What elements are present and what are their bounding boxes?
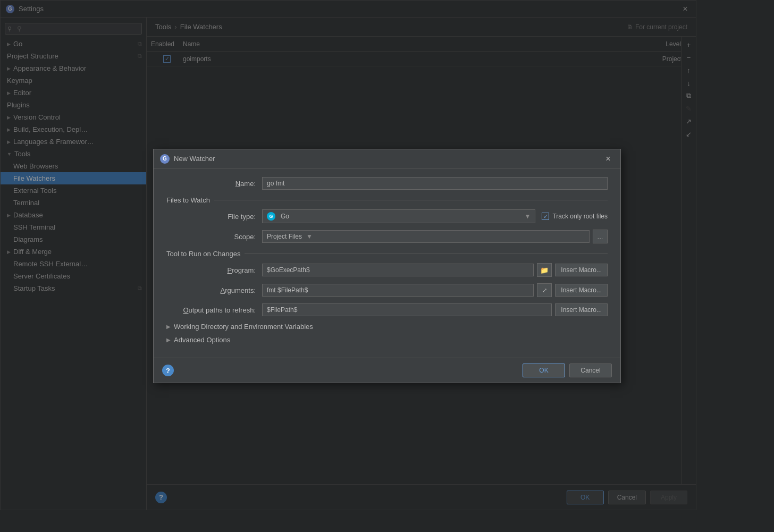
program-row: Program: 📁 Insert Macro... (166, 263, 608, 277)
name-row: Name: (166, 177, 608, 190)
arguments-row: Arguments: ⤢ Insert Macro... (166, 283, 608, 297)
scope-dropdown-arrow: ▼ (306, 233, 313, 240)
file-type-value: Go (281, 213, 289, 220)
advanced-options-arrow: ▶ (166, 337, 171, 343)
arguments-label: Arguments: (166, 286, 262, 294)
dialog-help-button[interactable]: ? (162, 365, 174, 376)
output-insert-macro-button[interactable]: Insert Macro... (555, 303, 608, 316)
dialog-close-button[interactable]: × (602, 153, 614, 165)
track-only-checkbox[interactable]: ✓ (542, 213, 549, 220)
track-only-text: Track only root files (552, 213, 608, 220)
working-dir-label: Working Directory and Environment Variab… (174, 323, 313, 331)
output-paths-label: Output paths to refresh: (166, 306, 262, 314)
name-label: Name: (166, 180, 262, 188)
working-directory-section: ▶ Working Directory and Environment Vari… (166, 323, 608, 331)
files-to-watch-header: Files to Watch (166, 196, 608, 204)
tool-to-run-label: Tool to Run on Changes (166, 250, 240, 258)
go-lang-icon: G (267, 212, 275, 221)
advanced-options-section: ▶ Advanced Options (166, 336, 608, 344)
new-watcher-dialog: G New Watcher × Name: Files to Watch Fil… (153, 149, 621, 383)
files-to-watch-label: Files to Watch (166, 196, 210, 204)
scope-select[interactable]: Project Files ▼ (262, 230, 590, 243)
dialog-title: New Watcher (174, 155, 598, 163)
advanced-options-label: Advanced Options (174, 336, 230, 344)
program-input[interactable] (262, 264, 534, 276)
working-dir-arrow: ▶ (166, 324, 171, 330)
file-type-row: File type: G Go ▼ ✓ Track only root file… (166, 209, 608, 223)
output-paths-row: Output paths to refresh: Insert Macro... (166, 303, 608, 316)
dialog-cancel-button[interactable]: Cancel (569, 364, 612, 377)
scope-browse-button[interactable]: ... (593, 230, 608, 243)
dialog-app-icon: G (160, 154, 170, 164)
arguments-expand-button[interactable]: ⤢ (537, 283, 552, 297)
dialog-ok-button[interactable]: OK (523, 364, 565, 377)
dialog-footer: ? OK Cancel (154, 358, 620, 383)
program-insert-macro-button[interactable]: Insert Macro... (555, 264, 608, 276)
output-paths-input[interactable] (262, 303, 552, 316)
arguments-input[interactable] (262, 284, 534, 297)
name-input[interactable] (262, 177, 608, 190)
folder-icon: 📁 (540, 266, 549, 274)
dialog-overlay: G New Watcher × Name: Files to Watch Fil… (0, 0, 774, 532)
track-only-label: ✓ Track only root files (542, 213, 608, 220)
scope-label: Scope: (166, 233, 262, 241)
program-folder-button[interactable]: 📁 (537, 263, 552, 277)
working-directory-toggle[interactable]: ▶ Working Directory and Environment Vari… (166, 323, 608, 331)
file-type-label: File type: (166, 213, 262, 221)
scope-row: Scope: Project Files ▼ ... (166, 230, 608, 243)
scope-value: Project Files (267, 233, 302, 240)
program-label: Program: (166, 266, 262, 274)
file-type-select-wrap: G Go ▼ (262, 209, 535, 223)
dialog-title-bar: G New Watcher × (154, 149, 620, 168)
scope-select-wrap: Project Files ▼ (262, 230, 590, 243)
file-type-select[interactable]: G Go ▼ (262, 209, 535, 223)
tool-to-run-header: Tool to Run on Changes (166, 250, 608, 258)
file-type-dropdown-arrow: ▼ (525, 213, 531, 220)
advanced-options-toggle[interactable]: ▶ Advanced Options (166, 336, 608, 344)
dialog-body: Name: Files to Watch File type: G Go ▼ (154, 168, 620, 358)
arguments-insert-macro-button[interactable]: Insert Macro... (555, 284, 608, 297)
